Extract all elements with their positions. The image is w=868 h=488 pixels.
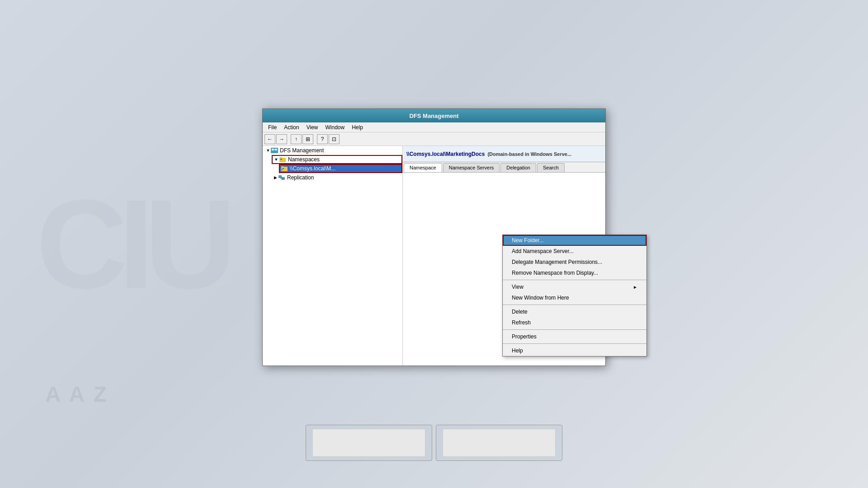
context-menu-separator-4 bbox=[503, 343, 646, 344]
tree-label-dfs: DFS Management bbox=[280, 147, 324, 154]
context-menu-refresh[interactable]: Refresh bbox=[503, 317, 646, 328]
window-title: DFS Management bbox=[266, 113, 602, 119]
context-menu-separator-3 bbox=[503, 329, 646, 330]
taskbar bbox=[306, 425, 562, 461]
submenu-arrow-icon: ► bbox=[633, 285, 637, 290]
svg-rect-13 bbox=[282, 177, 285, 180]
dfs-management-window: DFS Management File Action View Window H… bbox=[262, 108, 606, 366]
forward-button[interactable]: → bbox=[276, 134, 287, 144]
tree-item-dfs-management[interactable]: ▼ DFS Management bbox=[264, 146, 402, 155]
context-menu-view[interactable]: View ► bbox=[503, 282, 646, 292]
svg-rect-0 bbox=[271, 148, 278, 153]
tabs-bar: Namespace Namespace Servers Delegation S… bbox=[403, 162, 605, 173]
right-panel-header: \\Comsys.local\MarketingDocs (Domain-bas… bbox=[403, 146, 605, 162]
svg-rect-11 bbox=[281, 169, 283, 170]
domain-info: (Domain-based in Windows Serve... bbox=[487, 151, 571, 157]
menu-window[interactable]: Window bbox=[322, 122, 349, 132]
network-icon bbox=[281, 165, 288, 172]
context-menu-remove-namespace[interactable]: Remove Namespace from Display... bbox=[503, 267, 646, 278]
taskbar-thumb-2[interactable] bbox=[436, 425, 562, 461]
menu-view[interactable]: View bbox=[303, 122, 322, 132]
tree-item-namespaces[interactable]: ▼ Namespaces bbox=[272, 155, 402, 164]
title-bar: DFS Management bbox=[263, 109, 605, 122]
context-menu-new-window[interactable]: New Window from Here bbox=[503, 292, 646, 303]
tab-namespace-servers[interactable]: Namespace Servers bbox=[443, 163, 500, 172]
dfs-icon bbox=[271, 147, 278, 154]
svg-rect-6 bbox=[280, 159, 282, 160]
context-menu-help[interactable]: Help bbox=[503, 345, 646, 356]
tree-label-replication: Replication bbox=[287, 174, 314, 181]
context-menu-new-folder[interactable]: New Folder... bbox=[503, 235, 646, 246]
context-menu-properties[interactable]: Properties bbox=[503, 331, 646, 342]
context-menu-separator-2 bbox=[503, 305, 646, 305]
menu-action[interactable]: Action bbox=[280, 122, 302, 132]
taskbar-thumb-1[interactable] bbox=[306, 425, 432, 461]
namespace-path: \\Comsys.local\MarketingDocs bbox=[406, 151, 485, 157]
namespaces-icon bbox=[279, 156, 286, 163]
background-text: A A Z bbox=[45, 382, 108, 407]
replication-expand-arrow: ▶ bbox=[273, 175, 278, 180]
context-menu: New Folder... Add Namespace Server... De… bbox=[502, 235, 647, 357]
svg-rect-8 bbox=[281, 166, 284, 168]
tree-label-namespaces: Namespaces bbox=[288, 156, 320, 163]
tab-delegation[interactable]: Delegation bbox=[500, 163, 536, 172]
menu-bar: File Action View Window Help bbox=[263, 122, 605, 132]
back-button[interactable]: ← bbox=[264, 134, 275, 144]
export-button[interactable]: ⊡ bbox=[329, 134, 340, 144]
tree-label-namespace-path: \\Comsys.local\M... bbox=[290, 165, 335, 172]
up-button[interactable]: ↑ bbox=[291, 134, 302, 144]
menu-file[interactable]: File bbox=[264, 122, 280, 132]
left-panel: ▼ DFS Management ▼ bbox=[263, 146, 403, 366]
context-menu-separator-1 bbox=[503, 280, 646, 280]
context-menu-delegate-management[interactable]: Delegate Management Permissions... bbox=[503, 257, 646, 267]
context-menu-add-namespace-server[interactable]: Add Namespace Server... bbox=[503, 246, 646, 257]
taskbar-thumb-1-inner bbox=[312, 429, 425, 457]
svg-rect-2 bbox=[275, 149, 277, 150]
namespaces-expand-arrow: ▼ bbox=[274, 157, 279, 162]
tab-search[interactable]: Search bbox=[537, 163, 565, 172]
tree-item-replication[interactable]: ▶ Replication bbox=[272, 173, 402, 182]
tree-item-namespace-path[interactable]: \\Comsys.local\M... bbox=[279, 164, 402, 173]
menu-help[interactable]: Help bbox=[348, 122, 367, 132]
taskbar-thumb-2-inner bbox=[443, 429, 556, 457]
expand-arrow: ▼ bbox=[265, 148, 271, 153]
view-button[interactable]: ⊞ bbox=[302, 134, 313, 144]
help-button[interactable]: ? bbox=[317, 134, 328, 144]
context-menu-delete[interactable]: Delete bbox=[503, 306, 646, 317]
svg-rect-5 bbox=[279, 157, 282, 159]
tab-namespace[interactable]: Namespace bbox=[404, 163, 442, 172]
svg-rect-1 bbox=[272, 149, 274, 150]
replication-icon bbox=[278, 174, 285, 181]
background-logo: CIU bbox=[36, 181, 227, 307]
toolbar: ← → ↑ ⊞ ? ⊡ bbox=[263, 132, 605, 146]
svg-rect-12 bbox=[278, 175, 282, 178]
